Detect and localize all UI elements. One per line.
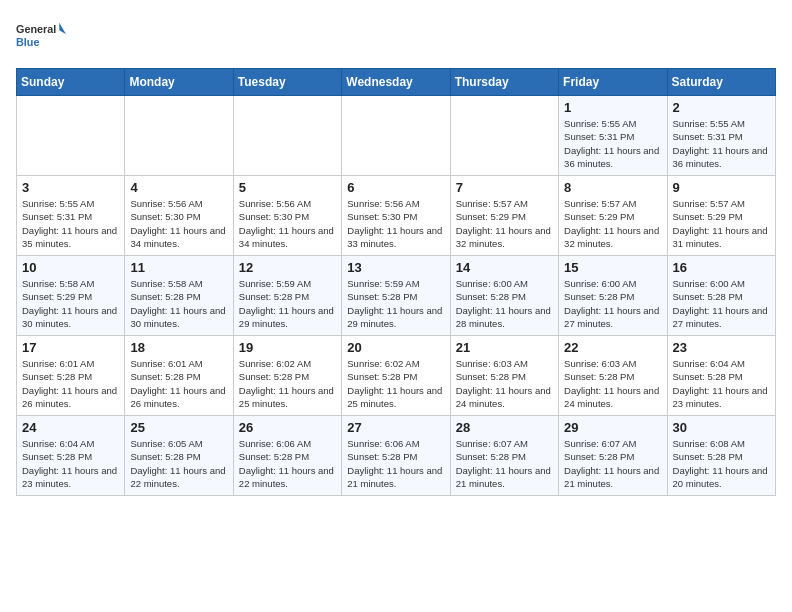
calendar-cell: 13Sunrise: 5:59 AMSunset: 5:28 PMDayligh… [342,256,450,336]
week-row-2: 3Sunrise: 5:55 AMSunset: 5:31 PMDaylight… [17,176,776,256]
header-day-friday: Friday [559,69,667,96]
day-info: Sunrise: 6:02 AMSunset: 5:28 PMDaylight:… [239,357,336,410]
svg-marker-2 [59,23,66,35]
day-info: Sunrise: 5:57 AMSunset: 5:29 PMDaylight:… [564,197,661,250]
calendar-cell: 9Sunrise: 5:57 AMSunset: 5:29 PMDaylight… [667,176,775,256]
logo: General Blue [16,16,66,56]
day-info: Sunrise: 6:05 AMSunset: 5:28 PMDaylight:… [130,437,227,490]
calendar-cell [125,96,233,176]
day-info: Sunrise: 5:56 AMSunset: 5:30 PMDaylight:… [130,197,227,250]
day-info: Sunrise: 5:59 AMSunset: 5:28 PMDaylight:… [239,277,336,330]
calendar-cell [342,96,450,176]
day-number: 6 [347,180,444,195]
calendar-cell: 28Sunrise: 6:07 AMSunset: 5:28 PMDayligh… [450,416,558,496]
calendar-cell: 6Sunrise: 5:56 AMSunset: 5:30 PMDaylight… [342,176,450,256]
calendar-cell: 4Sunrise: 5:56 AMSunset: 5:30 PMDaylight… [125,176,233,256]
day-info: Sunrise: 5:58 AMSunset: 5:29 PMDaylight:… [22,277,119,330]
day-number: 20 [347,340,444,355]
day-number: 3 [22,180,119,195]
day-number: 22 [564,340,661,355]
calendar-cell: 25Sunrise: 6:05 AMSunset: 5:28 PMDayligh… [125,416,233,496]
calendar-cell: 24Sunrise: 6:04 AMSunset: 5:28 PMDayligh… [17,416,125,496]
day-number: 24 [22,420,119,435]
day-info: Sunrise: 6:00 AMSunset: 5:28 PMDaylight:… [564,277,661,330]
day-number: 8 [564,180,661,195]
calendar-header: SundayMondayTuesdayWednesdayThursdayFrid… [17,69,776,96]
page-header: General Blue [16,16,776,56]
day-number: 17 [22,340,119,355]
header-day-monday: Monday [125,69,233,96]
day-info: Sunrise: 6:02 AMSunset: 5:28 PMDaylight:… [347,357,444,410]
calendar-cell: 7Sunrise: 5:57 AMSunset: 5:29 PMDaylight… [450,176,558,256]
day-number: 5 [239,180,336,195]
calendar-cell: 11Sunrise: 5:58 AMSunset: 5:28 PMDayligh… [125,256,233,336]
day-number: 28 [456,420,553,435]
calendar-cell: 3Sunrise: 5:55 AMSunset: 5:31 PMDaylight… [17,176,125,256]
day-info: Sunrise: 5:55 AMSunset: 5:31 PMDaylight:… [564,117,661,170]
header-day-tuesday: Tuesday [233,69,341,96]
calendar-cell: 18Sunrise: 6:01 AMSunset: 5:28 PMDayligh… [125,336,233,416]
day-number: 15 [564,260,661,275]
day-info: Sunrise: 6:07 AMSunset: 5:28 PMDaylight:… [564,437,661,490]
day-number: 12 [239,260,336,275]
calendar-cell: 19Sunrise: 6:02 AMSunset: 5:28 PMDayligh… [233,336,341,416]
day-number: 10 [22,260,119,275]
calendar-cell: 21Sunrise: 6:03 AMSunset: 5:28 PMDayligh… [450,336,558,416]
day-info: Sunrise: 6:03 AMSunset: 5:28 PMDaylight:… [456,357,553,410]
calendar-cell: 15Sunrise: 6:00 AMSunset: 5:28 PMDayligh… [559,256,667,336]
calendar-cell: 5Sunrise: 5:56 AMSunset: 5:30 PMDaylight… [233,176,341,256]
day-number: 27 [347,420,444,435]
svg-text:General: General [16,23,56,35]
calendar-cell: 23Sunrise: 6:04 AMSunset: 5:28 PMDayligh… [667,336,775,416]
calendar-cell: 22Sunrise: 6:03 AMSunset: 5:28 PMDayligh… [559,336,667,416]
day-number: 21 [456,340,553,355]
calendar-cell: 10Sunrise: 5:58 AMSunset: 5:29 PMDayligh… [17,256,125,336]
calendar-cell: 20Sunrise: 6:02 AMSunset: 5:28 PMDayligh… [342,336,450,416]
day-info: Sunrise: 6:07 AMSunset: 5:28 PMDaylight:… [456,437,553,490]
week-row-1: 1Sunrise: 5:55 AMSunset: 5:31 PMDaylight… [17,96,776,176]
day-number: 30 [673,420,770,435]
week-row-5: 24Sunrise: 6:04 AMSunset: 5:28 PMDayligh… [17,416,776,496]
day-info: Sunrise: 6:01 AMSunset: 5:28 PMDaylight:… [130,357,227,410]
day-info: Sunrise: 5:57 AMSunset: 5:29 PMDaylight:… [673,197,770,250]
calendar-cell [450,96,558,176]
logo-icon: General Blue [16,16,66,56]
day-number: 2 [673,100,770,115]
calendar-cell: 30Sunrise: 6:08 AMSunset: 5:28 PMDayligh… [667,416,775,496]
calendar-cell: 17Sunrise: 6:01 AMSunset: 5:28 PMDayligh… [17,336,125,416]
header-day-thursday: Thursday [450,69,558,96]
day-number: 18 [130,340,227,355]
header-day-sunday: Sunday [17,69,125,96]
day-number: 19 [239,340,336,355]
calendar-cell: 29Sunrise: 6:07 AMSunset: 5:28 PMDayligh… [559,416,667,496]
day-info: Sunrise: 6:04 AMSunset: 5:28 PMDaylight:… [673,357,770,410]
day-number: 14 [456,260,553,275]
day-number: 29 [564,420,661,435]
day-number: 11 [130,260,227,275]
calendar-body: 1Sunrise: 5:55 AMSunset: 5:31 PMDaylight… [17,96,776,496]
day-number: 9 [673,180,770,195]
header-day-saturday: Saturday [667,69,775,96]
day-number: 26 [239,420,336,435]
day-number: 1 [564,100,661,115]
calendar-cell: 2Sunrise: 5:55 AMSunset: 5:31 PMDaylight… [667,96,775,176]
calendar-cell: 1Sunrise: 5:55 AMSunset: 5:31 PMDaylight… [559,96,667,176]
day-info: Sunrise: 5:56 AMSunset: 5:30 PMDaylight:… [239,197,336,250]
calendar-cell: 14Sunrise: 6:00 AMSunset: 5:28 PMDayligh… [450,256,558,336]
header-row: SundayMondayTuesdayWednesdayThursdayFrid… [17,69,776,96]
header-day-wednesday: Wednesday [342,69,450,96]
day-number: 16 [673,260,770,275]
calendar-cell: 8Sunrise: 5:57 AMSunset: 5:29 PMDaylight… [559,176,667,256]
day-number: 25 [130,420,227,435]
day-number: 13 [347,260,444,275]
week-row-4: 17Sunrise: 6:01 AMSunset: 5:28 PMDayligh… [17,336,776,416]
calendar-cell: 26Sunrise: 6:06 AMSunset: 5:28 PMDayligh… [233,416,341,496]
day-info: Sunrise: 6:06 AMSunset: 5:28 PMDaylight:… [347,437,444,490]
day-info: Sunrise: 6:08 AMSunset: 5:28 PMDaylight:… [673,437,770,490]
calendar-cell: 12Sunrise: 5:59 AMSunset: 5:28 PMDayligh… [233,256,341,336]
day-info: Sunrise: 6:00 AMSunset: 5:28 PMDaylight:… [673,277,770,330]
day-info: Sunrise: 6:01 AMSunset: 5:28 PMDaylight:… [22,357,119,410]
day-info: Sunrise: 5:55 AMSunset: 5:31 PMDaylight:… [22,197,119,250]
week-row-3: 10Sunrise: 5:58 AMSunset: 5:29 PMDayligh… [17,256,776,336]
calendar-cell: 27Sunrise: 6:06 AMSunset: 5:28 PMDayligh… [342,416,450,496]
